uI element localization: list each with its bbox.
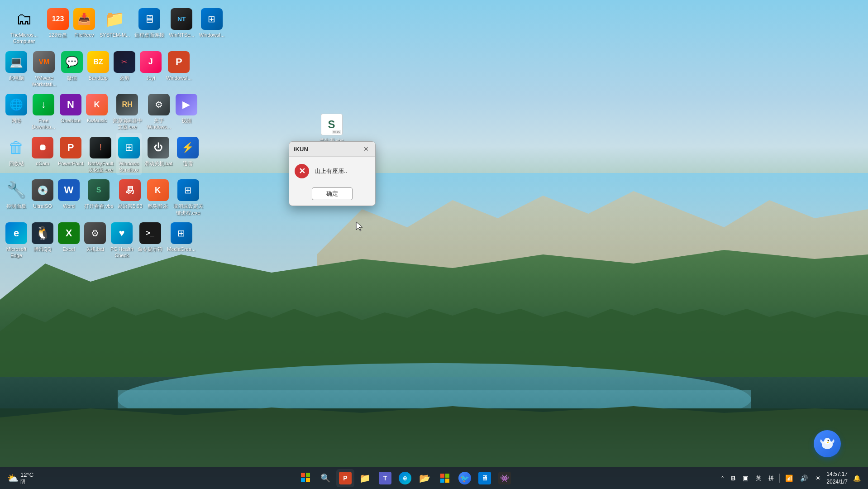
bird-svg (818, 435, 836, 453)
svg-rect-12 (301, 473, 305, 477)
icon-shutdown-bat2[interactable]: ⚙ 关机.bat (82, 219, 108, 261)
taskbar-weather[interactable]: ⛅ 12°C 阴 (4, 470, 37, 487)
icon-windowsi-1[interactable]: ⊞ WindowsI... (197, 5, 226, 47)
icon-about-windows[interactable]: ⚙ 关于Windows... (145, 90, 173, 132)
start-button[interactable] (296, 469, 315, 487)
icon-row-3: 🌐 网络 ↓ FreeDownloa... N OneNote K KwMusi… (4, 90, 226, 132)
icon-vmware[interactable]: VM VMwareWorkstati... (30, 48, 58, 90)
clock-time: 14:57:17 (826, 470, 848, 478)
mikun-bird-icon[interactable] (814, 430, 845, 462)
icon-ocam[interactable]: ⏺ oCam (30, 133, 55, 175)
tray-battery-icon[interactable]: ☀ (813, 473, 823, 484)
search-button[interactable]: 🔍 (316, 469, 334, 487)
icon-notmyfault[interactable]: ! NotMyFault汉化版.exe (86, 133, 115, 175)
icon-ms-edge[interactable]: e MicrosoftEdge (4, 219, 29, 261)
clock-date: 2024/1/7 (826, 478, 848, 486)
taskbar-store[interactable] (436, 469, 454, 487)
icon-system-m[interactable]: 📁 SYSTEM-M... (98, 5, 132, 47)
svg-point-11 (828, 440, 829, 441)
tray-overflow-button[interactable]: ^ (720, 474, 725, 483)
icon-cancel-hotkey[interactable]: ⊞ 取消或设定关键进程.exe (172, 176, 205, 218)
tray-divider (779, 474, 780, 483)
taskbar-teams[interactable]: T (376, 469, 394, 487)
icon-biyao[interactable]: ✂ 必剪 (112, 48, 137, 90)
taskbar-game[interactable]: 👾 (496, 469, 514, 487)
icon-excel[interactable]: X Excel (56, 219, 81, 261)
taskbar-center: 🔍 P 📁 T e 📂 (91, 469, 720, 487)
svg-rect-14 (301, 478, 305, 482)
icon-ultraiso[interactable]: 💿 UltraISO (30, 176, 55, 218)
taskbar-files[interactable]: 📂 (416, 469, 434, 487)
explorer-taskbar-icon: 📁 (359, 473, 371, 484)
taskbar-ppt[interactable]: P (336, 469, 354, 487)
tray-screen-icon[interactable]: ▣ (741, 473, 750, 484)
icon-wechat[interactable]: 💬 微信 (59, 48, 85, 90)
dialog-close-button[interactable]: ✕ (362, 144, 371, 153)
tray-b-icon[interactable]: B (729, 473, 737, 484)
svg-rect-13 (306, 473, 310, 477)
icon-free-download[interactable]: ↓ FreeDownloa... (30, 90, 57, 132)
tray-lang-cn[interactable]: 拼 (767, 473, 776, 484)
ikun-dialog: iKUN ✕ ✕ 山上有座庙.. 确定 (289, 141, 376, 206)
taskbar-edge[interactable]: e (396, 469, 414, 487)
icon-tencent-qq[interactable]: 🐧 腾讯QQ (30, 219, 55, 261)
icon-open-vbs[interactable]: S 打开看看.vbs (82, 176, 115, 218)
icon-media-creation[interactable]: ⊞ MediaCrea... (165, 219, 197, 261)
icon-the-microsoft-computer[interactable]: 🗂 TheMicros... Computer (4, 5, 44, 47)
weather-condition: 阴 (20, 478, 33, 485)
dialog-footer: 确定 (289, 184, 375, 206)
icon-powerpoint[interactable]: P PowerPoint (56, 133, 85, 175)
icon-joyi[interactable]: J Joyi (138, 48, 163, 90)
ppt-taskbar-icon: P (339, 472, 352, 484)
icon-recycle-bin[interactable]: 🗑 回收站 (4, 133, 29, 175)
icon-video[interactable]: ▶ 视频 (174, 90, 199, 132)
icon-winntse[interactable]: NT WinNTSe... (167, 5, 196, 47)
icon-kugou-music[interactable]: K 酷狗音乐 (145, 176, 171, 218)
icon-control-panel[interactable]: 🔧 控制面板 (4, 176, 29, 218)
notification-button[interactable]: 🔔 (851, 473, 863, 484)
win-logo-svg (300, 472, 310, 482)
svg-marker-7 (0, 406, 868, 467)
icon-windows-sandbox[interactable]: ⊞ WindowsSandbox (116, 133, 142, 175)
icon-word[interactable]: W Word (56, 176, 81, 218)
icon-res-editor[interactable]: RH 资源编辑器中文版.exe (110, 90, 144, 132)
weather-temp: 12°C (20, 471, 33, 478)
store-taskbar-icon (439, 472, 451, 484)
svg-rect-15 (306, 478, 310, 482)
icon-bandizip[interactable]: BZ Bandizip (86, 48, 111, 90)
icon-row-1: 🗂 TheMicros... Computer 123 123云盘 📥 File… (4, 5, 226, 47)
tray-lang-en[interactable]: 英 (754, 473, 763, 484)
tray-wifi-icon[interactable]: 📶 (783, 473, 795, 484)
edge-taskbar-icon: e (399, 472, 411, 484)
icon-123-cloud[interactable]: 123 123云盘 (45, 5, 71, 47)
taskbar-left: ⛅ 12°C 阴 (0, 470, 91, 487)
taskbar-explorer[interactable]: 📁 (356, 469, 374, 487)
game-taskbar-icon: 👾 (498, 472, 511, 484)
taskbar-right: ^ B ▣ 英 拼 📶 🔊 ☀ 14:57:17 2024/1/7 🔔 (720, 470, 868, 486)
tray-volume-icon[interactable]: 🔊 (798, 473, 810, 484)
svg-rect-16 (440, 474, 444, 478)
icon-pc-health[interactable]: ♥ PC HealthCheck (109, 219, 135, 261)
taskbar-remote[interactable]: 🖥 (476, 469, 494, 487)
icon-network[interactable]: 🌐 网络 (4, 90, 29, 132)
remote-taskbar-icon: 🖥 (478, 472, 491, 484)
icon-filerec[interactable]: 📥 FileRecv (72, 5, 97, 47)
icon-kwmusic[interactable]: K KwMusic (84, 90, 110, 132)
weather-info: 12°C 阴 (20, 471, 33, 485)
icon-cmd[interactable]: >_ 命令提示符 (136, 219, 164, 261)
icon-xunlei[interactable]: ⚡ 迅雷 (175, 133, 200, 175)
svg-rect-18 (440, 479, 444, 483)
icon-easylang[interactable]: 易 易语言5.93 (116, 176, 144, 218)
icon-remote-desktop[interactable]: 🖥 远程桌面连接 (133, 5, 166, 47)
icon-windowsi-ppt[interactable]: P WindowsI... (164, 48, 194, 90)
icon-onenote[interactable]: N OneNote (58, 90, 83, 132)
dialog-ok-button[interactable]: 确定 (312, 187, 353, 200)
icon-shutdown-bat[interactable]: ⏻ 滑动关机.bat (143, 133, 174, 175)
icon-this-pc[interactable]: 💻 此电脑 (4, 48, 29, 90)
desktop-icons-grid: 🗂 TheMicros... Computer 123 123云盘 📥 File… (4, 5, 226, 262)
svg-rect-19 (445, 479, 449, 483)
taskbar-clock[interactable]: 14:57:17 2024/1/7 (826, 470, 848, 486)
taskbar-mikun[interactable]: 🐦 (456, 469, 474, 487)
taskbar: ⛅ 12°C 阴 🔍 P (0, 467, 868, 489)
mikun-taskbar-icon: 🐦 (458, 472, 471, 484)
